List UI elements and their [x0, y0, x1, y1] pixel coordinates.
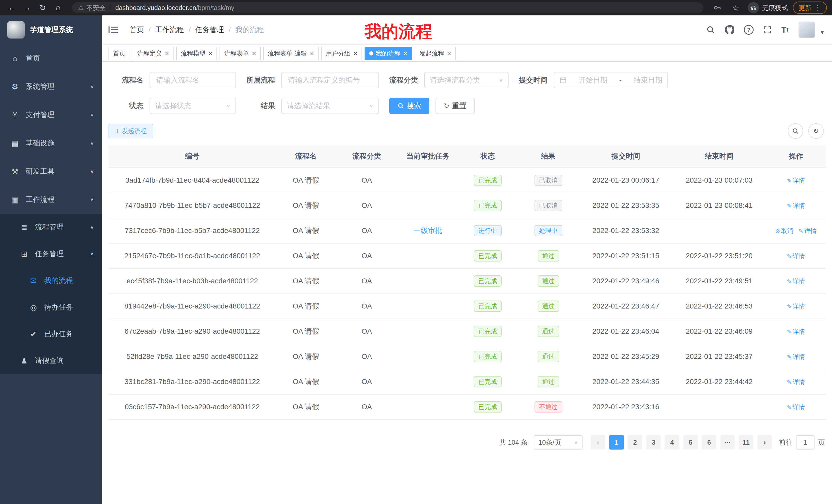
- pagination-page-4[interactable]: 4: [665, 435, 679, 450]
- close-icon[interactable]: ×: [252, 50, 256, 57]
- tab-user-group[interactable]: 用户分组×: [321, 47, 362, 60]
- address-bar[interactable]: ⚠ 不安全 dashboard.yudao.iocoder.cn/bpm/tas…: [72, 2, 703, 13]
- cell-result: 通过: [517, 293, 579, 319]
- user-avatar[interactable]: [799, 22, 815, 38]
- cell-process-name: OA 请假: [276, 218, 336, 243]
- search-button[interactable]: 搜索: [389, 97, 430, 114]
- sidebar-item-workflow[interactable]: ▦工作流程∧: [0, 186, 102, 214]
- close-icon[interactable]: ×: [310, 50, 314, 57]
- process-definition-input[interactable]: [281, 72, 379, 88]
- status-select[interactable]: 请选择状态 ∨: [150, 97, 236, 114]
- status-tag: 已完成: [474, 376, 502, 387]
- refresh-icon[interactable]: ↻: [36, 2, 49, 14]
- refresh-table-button[interactable]: ↻: [808, 123, 824, 139]
- hamburger-icon[interactable]: [102, 26, 123, 34]
- goto-page-input[interactable]: [796, 435, 814, 450]
- result-select[interactable]: 请选择流结果 ∨: [281, 97, 379, 114]
- pagination-page-5[interactable]: 5: [683, 435, 698, 450]
- process-name-input[interactable]: [150, 72, 236, 88]
- sidebar-item-task-management[interactable]: ⊞任务管理∧: [0, 241, 102, 267]
- close-icon[interactable]: ×: [209, 50, 212, 57]
- pagination-page-2[interactable]: 2: [628, 435, 642, 450]
- key-icon[interactable]: [711, 2, 724, 14]
- column-header: 结果: [517, 145, 579, 168]
- cell-status: 已完成: [458, 293, 518, 319]
- result-tag: 不通过: [535, 401, 562, 413]
- caret-down-icon[interactable]: ▾: [821, 29, 824, 38]
- detail-action-link[interactable]: ✎详情: [787, 177, 805, 184]
- cancel-action-link[interactable]: ⊘取消: [775, 227, 793, 234]
- detail-action-link[interactable]: ✎详情: [787, 379, 805, 385]
- refresh-icon: ↻: [444, 102, 449, 110]
- cell-submit-time: 2022-01-23 00:06:17: [579, 168, 672, 193]
- menu-dots-icon[interactable]: ⋮: [814, 4, 821, 12]
- update-button[interactable]: 更新 ⋮: [793, 2, 827, 14]
- star-icon[interactable]: ☆: [729, 2, 743, 14]
- pagination-more-button[interactable]: ···: [721, 435, 735, 450]
- breadcrumb-home[interactable]: 首页: [130, 25, 144, 35]
- table-tools: ↻: [788, 123, 824, 139]
- detail-action-link[interactable]: ✎详情: [787, 403, 805, 411]
- sidebar-item-process-management[interactable]: ≣流程管理∨: [0, 214, 102, 241]
- tab-process-model[interactable]: 流程模型×: [176, 47, 217, 60]
- cell-end-time: 2022-01-22 23:46:09: [672, 319, 766, 344]
- sidebar-item-label: 任务管理: [35, 249, 64, 259]
- browser-home-icon[interactable]: ⌂: [51, 2, 65, 14]
- search-icon[interactable]: [706, 25, 715, 34]
- detail-action-link[interactable]: ✎详情: [787, 253, 805, 259]
- sidebar-item-infrastructure[interactable]: ▤基础设施∨: [0, 129, 102, 157]
- help-icon[interactable]: ?: [744, 25, 754, 35]
- close-icon[interactable]: ×: [447, 50, 451, 57]
- sidebar-item-todo-task[interactable]: ◎待办任务: [0, 294, 102, 320]
- start-process-button[interactable]: + 发起流程: [108, 124, 153, 138]
- column-header: 结束时间: [672, 145, 766, 168]
- font-size-icon[interactable]: TT: [781, 25, 789, 35]
- tab-process-definition[interactable]: 流程定义×: [133, 47, 174, 60]
- category-select[interactable]: 请选择流程分类 ∨: [424, 72, 509, 88]
- detail-action-link[interactable]: ✎详情: [787, 303, 805, 310]
- sidebar-item-system-management[interactable]: ⚙系统管理∨: [0, 73, 102, 101]
- github-icon[interactable]: [725, 25, 734, 34]
- pagination-page-6[interactable]: 6: [702, 435, 716, 450]
- pagination-page-11[interactable]: 11: [739, 435, 753, 450]
- pagination-prev-button[interactable]: ‹: [591, 435, 605, 450]
- sidebar-item-done-task[interactable]: ✔已办任务: [0, 320, 102, 347]
- current-task-link[interactable]: 一级审批: [413, 227, 442, 234]
- close-icon[interactable]: ×: [404, 50, 408, 57]
- cell-actions: ✎详情: [766, 168, 826, 193]
- detail-action-link[interactable]: ✎详情: [787, 202, 805, 209]
- pagination-page-3[interactable]: 3: [646, 435, 661, 450]
- sidebar-item-dev-tools[interactable]: ⚒研发工具∨: [0, 157, 102, 186]
- reset-button[interactable]: ↻ 重置: [436, 97, 475, 114]
- pagination-page-1[interactable]: 1: [609, 435, 624, 450]
- cell-current-task: [398, 344, 458, 369]
- close-icon[interactable]: ×: [165, 50, 169, 57]
- toggle-search-button[interactable]: [788, 123, 803, 139]
- tab-process-form-edit[interactable]: 流程表单-编辑×: [263, 47, 318, 60]
- detail-action-link[interactable]: ✎详情: [787, 328, 805, 335]
- close-icon[interactable]: ×: [354, 50, 357, 57]
- tab-my-process[interactable]: 我的流程×: [365, 47, 412, 60]
- sidebar-item-leave-query[interactable]: ♟请假查询: [0, 347, 102, 374]
- cell-id: 7470a810-7b9b-11ec-b5b7-acde48001122: [108, 193, 276, 218]
- breadcrumb-workflow[interactable]: 工作流程: [155, 25, 184, 35]
- detail-action-link[interactable]: ✎详情: [787, 353, 805, 360]
- back-icon[interactable]: ←: [5, 2, 19, 14]
- tab-process-form[interactable]: 流程表单×: [219, 47, 260, 60]
- pagination-next-button[interactable]: ›: [757, 435, 772, 450]
- breadcrumb-task-management[interactable]: 任务管理: [196, 25, 224, 35]
- forward-icon[interactable]: →: [21, 2, 34, 14]
- detail-action-link[interactable]: ✎详情: [787, 278, 805, 285]
- field-label: 提交时间: [519, 75, 548, 85]
- detail-action-link[interactable]: ✎详情: [799, 227, 816, 234]
- fullscreen-icon[interactable]: [763, 26, 772, 34]
- tab-home[interactable]: 首页: [108, 47, 130, 60]
- submit-time-range-picker[interactable]: 开始日期 - 结束日期: [554, 72, 668, 88]
- sidebar-item-my-process[interactable]: ✉我的流程: [0, 267, 102, 294]
- page-size-select[interactable]: 10条/页 ∨: [534, 435, 582, 450]
- cell-id: 331bc281-7b9a-11ec-a290-acde48001122: [108, 369, 276, 394]
- sidebar-item-payment-management[interactable]: ¥支付管理∨: [0, 101, 102, 129]
- sidebar-item-home[interactable]: ⌂首页: [0, 44, 102, 73]
- cell-status: 已完成: [458, 344, 518, 369]
- tab-start-process[interactable]: 发起流程×: [415, 47, 456, 60]
